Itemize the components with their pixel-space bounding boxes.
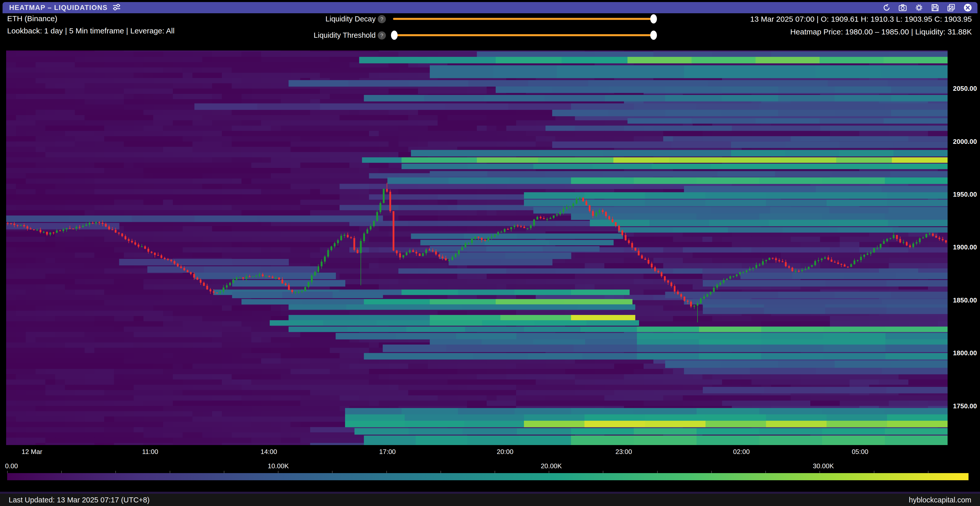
help-icon[interactable]: ? (378, 15, 386, 23)
refresh-icon[interactable] (883, 3, 891, 12)
colorbar-label: 20.00K (541, 462, 562, 470)
price-axis-label: 1750.00 (953, 402, 977, 410)
colorbar-tick (387, 471, 387, 473)
time-axis-label: 11:00 (142, 448, 158, 456)
colorbar-label: 30.00K (813, 462, 834, 470)
colorbar-label: 0.00 (5, 462, 18, 470)
slider-panel: Liquidity Decay ? Liquidity Threshold ? (275, 13, 643, 46)
slider-handle-max[interactable] (650, 31, 657, 40)
heatmap-options-sliders-icon[interactable] (112, 3, 121, 12)
colorbar-ticks (7, 471, 969, 473)
close-icon[interactable] (963, 3, 972, 12)
colorbar-tick (874, 471, 874, 473)
colorbar-tick (549, 471, 549, 473)
time-axis-label: 12 Mar (22, 448, 42, 456)
colorbar-tick (441, 471, 441, 473)
ohlc-readout: 13 Mar 2025 07:00 | O: 1909.61 H: 1910.3… (750, 15, 972, 24)
time-axis-label: 05:00 (852, 448, 868, 456)
liquidity-decay-slider-row: Liquidity Decay ? (275, 13, 643, 24)
price-axis-label: 2050.00 (953, 85, 977, 93)
liquidity-decay-label: Liquidity Decay (269, 15, 375, 23)
colorbar-tick (603, 471, 603, 473)
liquidity-threshold-slider-row: Liquidity Threshold ? (275, 30, 643, 41)
liquidity-decay-slider[interactable] (393, 13, 654, 24)
heatmap-tooltip-readout: Heatmap Price: 1980.00 – 1985.00 | Liqui… (750, 27, 972, 36)
price-axis-label: 2000.00 (953, 138, 977, 145)
colorbar-tick (7, 471, 8, 473)
colorbar-tick (61, 471, 62, 473)
colorbar-tick (278, 471, 278, 473)
liquidity-threshold-label: Liquidity Threshold (269, 31, 375, 40)
site-label: hyblockcapital.com (909, 496, 971, 504)
slider-track[interactable] (393, 18, 654, 20)
app-window: HEATMAP – LIQUIDATIONS (0, 0, 980, 506)
time-axis-label: 20:00 (497, 448, 514, 456)
time-axis-label: 02:00 (733, 448, 750, 456)
colorbar-tick (115, 471, 116, 473)
liquidity-threshold-slider[interactable] (393, 30, 654, 41)
colorbar-label: 10.00K (268, 462, 289, 470)
colorbar-tick (819, 471, 820, 473)
price-axis: 2050.002000.001950.001900.001850.001800.… (953, 51, 978, 445)
liquidation-heatmap-chart[interactable] (6, 51, 948, 445)
price-axis-label: 1950.00 (953, 190, 977, 198)
colorbar-tick (928, 471, 928, 473)
time-axis-label: 23:00 (615, 448, 632, 456)
chart-settings-label: Lookback: 1 day | 5 Min timeframe | Leve… (7, 27, 175, 35)
colorbar-tick (765, 471, 766, 473)
colorbar-tick (657, 471, 658, 473)
time-axis-label: 17:00 (379, 448, 396, 456)
liquidity-colorbar (7, 473, 969, 480)
colorbar-tick (332, 471, 332, 473)
colorbar-tick (224, 471, 224, 473)
colorbar-tick (711, 471, 712, 473)
colorbar-tick (495, 471, 495, 473)
slider-track[interactable] (393, 34, 654, 36)
settings-gear-icon[interactable] (915, 3, 923, 12)
last-updated-label: Last Updated: 13 Mar 2025 07:17 (UTC+8) (9, 496, 150, 504)
save-icon[interactable] (931, 3, 939, 12)
copy-layers-icon[interactable] (947, 3, 956, 12)
page-title: HEATMAP – LIQUIDATIONS (9, 4, 108, 12)
time-axis-label: 14:00 (261, 448, 277, 456)
slider-handle[interactable] (650, 14, 657, 24)
symbol-label: ETH (Binance) (7, 14, 175, 23)
slider-handle-min[interactable] (391, 31, 398, 40)
price-axis-label: 1900.00 (953, 243, 977, 251)
colorbar-labels: 0.0010.00K20.00K30.00K (7, 462, 969, 471)
colorbar-tick (170, 471, 170, 473)
title-bar: HEATMAP – LIQUIDATIONS (3, 2, 977, 13)
price-axis-label: 1850.00 (953, 296, 977, 304)
time-axis: 12 Mar11:0014:0017:0020:0023:0002:0005:0… (6, 448, 948, 458)
footer-divider (0, 492, 980, 494)
screenshot-icon[interactable] (898, 3, 907, 12)
footer-bar: Last Updated: 13 Mar 2025 07:17 (UTC+8) … (0, 494, 980, 506)
help-icon[interactable]: ? (378, 32, 386, 40)
price-axis-label: 1800.00 (953, 349, 977, 357)
